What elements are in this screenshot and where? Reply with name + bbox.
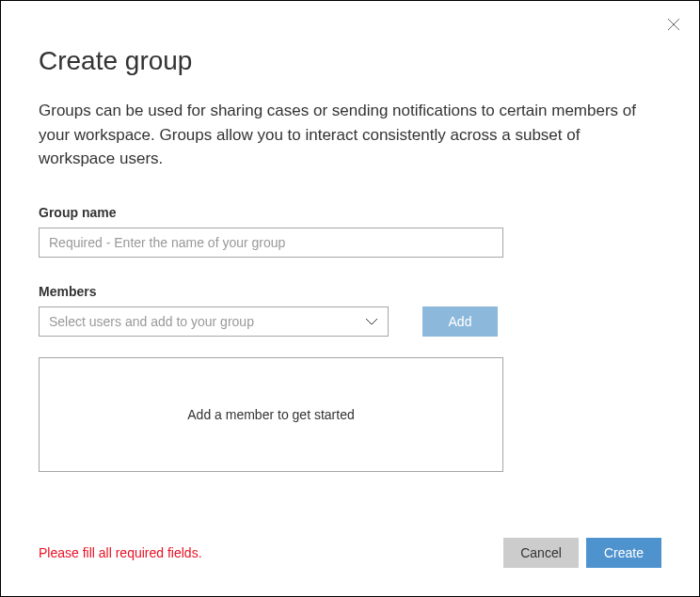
group-name-input[interactable] [39, 228, 503, 258]
validation-error: Please fill all required fields. [39, 545, 202, 560]
members-field: Members Select users and add to your gro… [39, 284, 661, 472]
cancel-button[interactable]: Cancel [503, 538, 579, 568]
dialog-title: Create group [39, 46, 661, 76]
create-group-dialog: Create group Groups can be used for shar… [1, 1, 699, 596]
members-empty-message: Add a member to get started [187, 407, 354, 422]
group-name-label: Group name [39, 205, 661, 220]
create-button[interactable]: Create [586, 538, 661, 568]
members-select[interactable]: Select users and add to your group [39, 306, 389, 337]
dialog-footer: Please fill all required fields. Cancel … [39, 538, 661, 568]
close-icon [667, 18, 680, 31]
members-list-box: Add a member to get started [39, 357, 503, 472]
members-label: Members [39, 284, 661, 299]
add-member-button[interactable]: Add [422, 306, 498, 337]
dialog-description: Groups can be used for sharing cases or … [39, 99, 660, 171]
chevron-down-icon [365, 318, 378, 325]
group-name-field: Group name [39, 205, 661, 258]
members-select-placeholder: Select users and add to your group [49, 314, 254, 329]
close-button[interactable] [663, 14, 684, 35]
